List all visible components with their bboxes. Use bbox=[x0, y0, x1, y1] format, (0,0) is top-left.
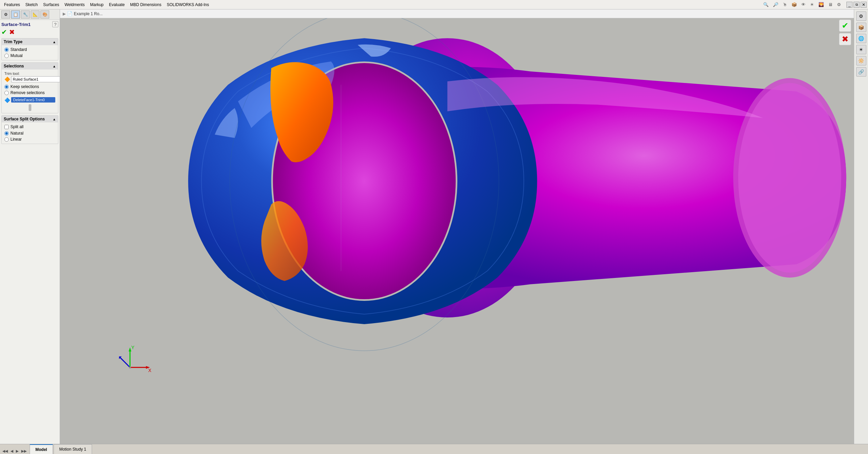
cancel-button[interactable]: ✖ bbox=[9, 29, 15, 35]
selections-header[interactable]: Selections ▲ bbox=[2, 63, 58, 69]
breadcrumb-icon: 📄 bbox=[67, 11, 72, 16]
menu-markup[interactable]: Markup bbox=[87, 1, 106, 8]
selections-chevron: ▲ bbox=[53, 64, 56, 68]
menu-surfaces[interactable]: Surfaces bbox=[40, 1, 62, 8]
selections-label: Selections bbox=[4, 64, 24, 68]
right-btn-1[interactable]: ⚙ bbox=[856, 11, 866, 21]
right-btn-6[interactable]: 🔗 bbox=[856, 67, 866, 77]
window-minimize[interactable]: _ bbox=[846, 2, 852, 8]
toolbar-icon-scene[interactable]: 🌄 bbox=[817, 1, 826, 8]
radio-natural[interactable]: Natural bbox=[4, 131, 55, 136]
surface-split-chevron: ▲ bbox=[53, 117, 56, 121]
menu-evaluate[interactable]: Evaluate bbox=[106, 1, 127, 8]
selected-item[interactable]: DeleteFace1-Trim0 bbox=[11, 97, 55, 103]
natural-label: Natural bbox=[10, 131, 24, 136]
scroll-handle[interactable] bbox=[29, 104, 31, 111]
radio-linear[interactable]: Linear bbox=[4, 137, 55, 142]
toolbar-icon-zoom[interactable]: 🔎 bbox=[771, 1, 780, 8]
svg-point-17 bbox=[129, 366, 131, 368]
window-restore[interactable]: ⧉ bbox=[854, 2, 860, 8]
tab-model[interactable]: Model bbox=[30, 444, 53, 454]
toolbar-icon-view[interactable]: 👁 bbox=[800, 1, 807, 8]
tab-config[interactable]: 🔧 bbox=[21, 10, 30, 19]
tab-display[interactable]: 🎨 bbox=[40, 10, 49, 19]
radio-mutual-label: Mutual bbox=[10, 53, 23, 58]
radio-remove[interactable]: Remove selections bbox=[4, 90, 55, 95]
tab-property[interactable]: 📋 bbox=[11, 10, 20, 19]
bottom-nav-prev[interactable]: ◀ bbox=[9, 448, 14, 454]
menu-weldments[interactable]: Weldments bbox=[62, 1, 87, 8]
surface-split-label: Surface Split Options bbox=[4, 117, 45, 121]
viewport[interactable]: ▶ 📄 Example 1 Ro... bbox=[60, 9, 868, 444]
trim-type-header[interactable]: Trim Type ▲ bbox=[2, 38, 58, 45]
tab-dimxpert[interactable]: 📐 bbox=[31, 10, 39, 19]
radio-standard-label: Standard bbox=[10, 47, 27, 52]
selections-section: Selections ▲ Trim tool: 🔶 Keep selection… bbox=[1, 62, 58, 113]
right-btn-5[interactable]: 🔆 bbox=[856, 56, 866, 65]
3d-viewport-svg[interactable]: Y X bbox=[60, 18, 868, 444]
trim-tool-input[interactable] bbox=[11, 76, 60, 82]
right-btn-4[interactable]: ☀ bbox=[856, 45, 866, 54]
bottom-nav-left[interactable]: ◀◀ bbox=[1, 448, 9, 454]
right-btn-2[interactable]: 📦 bbox=[856, 23, 866, 32]
left-panel: ⚙ 📋 🔧 📐 🎨 Surface-Trim1 ? ✔ ✖ Trim Type bbox=[0, 9, 60, 444]
menubar: Features Sketch Surfaces Weldments Marku… bbox=[0, 0, 868, 9]
radio-keep[interactable]: Keep selections bbox=[4, 84, 55, 89]
ok-button[interactable]: ✔ bbox=[1, 29, 7, 35]
remove-label: Remove selections bbox=[10, 90, 44, 95]
toolbar-icon-display[interactable]: 🖥 bbox=[827, 1, 834, 8]
split-all-label: Split all bbox=[10, 124, 24, 129]
selections-list-icon: 🔷 bbox=[4, 97, 10, 103]
menu-mbd[interactable]: MBD Dimensions bbox=[127, 1, 164, 8]
toolbar-icon-search[interactable]: 🔍 bbox=[761, 1, 770, 8]
breadcrumb-bar: ▶ 📄 Example 1 Ro... bbox=[60, 9, 868, 18]
radio-mutual[interactable]: Mutual bbox=[4, 53, 55, 58]
viewport-ok-button[interactable]: ✔ bbox=[839, 20, 851, 32]
toolbar-icon-cursor[interactable]: 🖱 bbox=[781, 1, 789, 8]
tab-motion-study[interactable]: Motion Study 1 bbox=[54, 444, 92, 454]
menu-sketch[interactable]: Sketch bbox=[23, 1, 40, 8]
checkbox-split-all[interactable]: Split all bbox=[4, 124, 55, 129]
trim-tool-label: Trim tool: bbox=[4, 72, 55, 76]
trim-tool-icon: 🔶 bbox=[4, 77, 10, 82]
svg-text:X: X bbox=[148, 368, 151, 373]
right-btn-3[interactable]: 🌐 bbox=[856, 34, 866, 43]
trim-type-label: Trim Type bbox=[4, 39, 23, 44]
svg-point-4 bbox=[738, 83, 841, 273]
panel-help-icon[interactable]: ? bbox=[52, 21, 58, 27]
trim-type-chevron: ▲ bbox=[53, 40, 56, 44]
bottom-nav-next[interactable]: ▶ bbox=[15, 448, 20, 454]
svg-text:Y: Y bbox=[131, 345, 134, 350]
panel-title: Surface-Trim1 bbox=[1, 22, 31, 27]
surface-split-header[interactable]: Surface Split Options ▲ bbox=[2, 116, 58, 122]
toolbar-icon-box[interactable]: 📦 bbox=[790, 1, 799, 8]
linear-label: Linear bbox=[10, 137, 22, 142]
toolbar-icon-settings[interactable]: ⚙ bbox=[835, 1, 843, 8]
toolbar-icon-sun[interactable]: ☀ bbox=[808, 1, 816, 8]
tab-features[interactable]: ⚙ bbox=[1, 10, 10, 19]
right-toolbar: ⚙ 📦 🌐 ☀ 🔆 🔗 bbox=[854, 9, 868, 444]
radio-standard[interactable]: Standard bbox=[4, 47, 55, 52]
keep-label: Keep selections bbox=[10, 84, 39, 89]
window-close[interactable]: ✕ bbox=[861, 2, 867, 8]
viewport-cancel-button[interactable]: ✖ bbox=[839, 33, 851, 45]
bottom-nav-right[interactable]: ▶▶ bbox=[20, 448, 28, 454]
menu-features[interactable]: Features bbox=[1, 1, 23, 8]
surface-split-section: Surface Split Options ▲ Split all Natura… bbox=[1, 115, 58, 144]
breadcrumb-arrow: ▶ bbox=[63, 11, 66, 16]
trim-type-section: Trim Type ▲ Standard Mutual bbox=[1, 38, 58, 60]
breadcrumb-text[interactable]: Example 1 Ro... bbox=[74, 11, 102, 16]
bottom-bar: ◀◀ ◀ ▶ ▶▶ Model Motion Study 1 bbox=[0, 444, 868, 454]
menu-addins[interactable]: SOLIDWORKS Add-Ins bbox=[164, 1, 212, 8]
